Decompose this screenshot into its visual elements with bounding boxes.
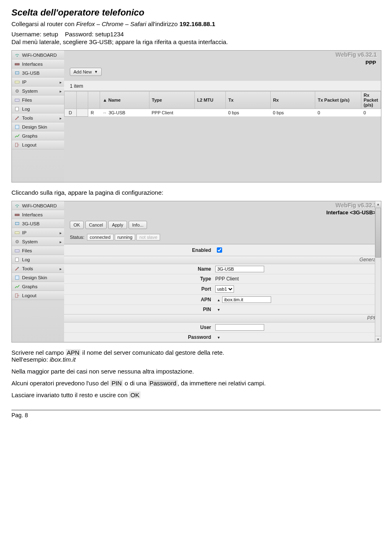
col-l2mtu[interactable]: L2 MTU bbox=[194, 91, 225, 109]
sidebar-item-graphs[interactable]: Graphs bbox=[12, 282, 64, 291]
triangle-down-icon[interactable]: ▾ bbox=[218, 335, 220, 340]
intro-line: Collegarsi al router con Firefox – Chrom… bbox=[11, 20, 381, 27]
table-header-row: ▲ Name Type L2 MTU Tx Rx Tx Packet (p/s)… bbox=[65, 91, 381, 109]
wifi-icon bbox=[14, 203, 20, 209]
apn-note-post: il nome del server comunicato dal gestor… bbox=[80, 349, 224, 356]
sidebar-item-design-skin[interactable]: Design Skin bbox=[12, 122, 64, 131]
sidebar-item-files[interactable]: Files bbox=[12, 96, 64, 105]
enabled-checkbox[interactable] bbox=[217, 247, 222, 253]
svg-point-7 bbox=[17, 116, 19, 118]
main-panel: WebFig v6.32.1 PPP Add New▼ 1 item ▲ Nam… bbox=[64, 51, 381, 182]
name-label: Name bbox=[64, 266, 215, 272]
info-button[interactable]: Info... bbox=[129, 221, 147, 229]
log-icon bbox=[14, 257, 20, 263]
svg-rect-5 bbox=[15, 99, 19, 101]
sidebar-item-log[interactable]: Log bbox=[12, 105, 64, 113]
status-connected: connected bbox=[87, 234, 114, 240]
sidebar-item-tools[interactable]: Tools▸ bbox=[12, 113, 64, 122]
sidebar-item-ip[interactable]: IP▸ bbox=[12, 78, 64, 87]
sidebar-item-interfaces[interactable]: Interfaces bbox=[12, 60, 64, 69]
cancel-button[interactable]: Cancel bbox=[85, 221, 107, 229]
sidebar-item-log[interactable]: Log bbox=[12, 255, 64, 264]
sidebar-item-system[interactable]: System▸ bbox=[12, 87, 64, 96]
sidebar-item-files[interactable]: Files bbox=[12, 246, 64, 255]
svg-rect-16 bbox=[15, 258, 18, 262]
port-select[interactable]: usb1 bbox=[215, 285, 234, 293]
creds-pass-lbl: Password: bbox=[65, 31, 95, 38]
chart-icon bbox=[14, 284, 20, 290]
sidebar-item-system[interactable]: System▸ bbox=[12, 237, 64, 246]
sidebar-item-logout[interactable]: Logout bbox=[12, 291, 64, 300]
apn-input[interactable] bbox=[222, 296, 271, 303]
sidebar-item-label: Files bbox=[22, 98, 32, 102]
main-panel: WebFig v6.32.1 Interface <3G-USB> OK Can… bbox=[64, 201, 381, 342]
user-input[interactable] bbox=[215, 324, 264, 331]
chevron-right-icon: ▸ bbox=[60, 231, 62, 235]
sidebar-item-3g-usb[interactable]: 3G-USB bbox=[12, 219, 64, 228]
password-hl: Password bbox=[148, 380, 178, 387]
col-flag2[interactable] bbox=[76, 91, 88, 109]
logout-icon bbox=[14, 142, 20, 148]
apply-button-label: Apply bbox=[112, 222, 123, 227]
sidebar-item-label: System bbox=[22, 239, 38, 244]
triangle-down-icon[interactable]: ▾ bbox=[218, 307, 220, 312]
sidebar-item-ip[interactable]: IP▸ bbox=[12, 228, 64, 237]
section-ppp: PPP bbox=[64, 314, 381, 322]
row-btn-d[interactable]: D bbox=[65, 109, 77, 117]
triangle-up-icon[interactable]: ▴ bbox=[218, 298, 220, 302]
col-tx[interactable]: Tx bbox=[226, 91, 271, 109]
usb-icon bbox=[14, 70, 20, 76]
sidebar-item-3g-usb[interactable]: 3G-USB bbox=[12, 69, 64, 78]
table-row[interactable]: D R ↔3G-USB PPP Client 0 bps 0 bps 0 0 bbox=[65, 109, 381, 117]
pin-hl: PIN bbox=[110, 380, 123, 387]
intro-prefix: Collegarsi al router con bbox=[11, 20, 76, 27]
status-not-slave: not slave bbox=[136, 234, 160, 240]
status-running: running bbox=[115, 234, 136, 240]
scrollbar-thumb[interactable] bbox=[375, 208, 381, 258]
col-flag3[interactable] bbox=[88, 91, 100, 109]
sidebar-item-label: System bbox=[22, 89, 38, 93]
ok-button-label: OK bbox=[74, 222, 80, 227]
example-pre: Nell'esempio: bbox=[11, 356, 50, 363]
add-new-button[interactable]: Add New▼ bbox=[70, 68, 102, 76]
sidebar-item-label: Files bbox=[22, 248, 32, 253]
scroll-down-icon[interactable]: ▼ bbox=[375, 336, 381, 342]
scroll-up-icon[interactable]: ▲ bbox=[375, 201, 381, 207]
add-new-label: Add New bbox=[74, 69, 92, 74]
password-label: Password bbox=[64, 334, 215, 340]
sidebar-item-wifi-onboard[interactable]: WiFi-ONBOARD bbox=[12, 51, 64, 60]
description-line: Dal menù laterale, scegliere 3G-USB; app… bbox=[11, 38, 381, 45]
svg-point-4 bbox=[16, 90, 18, 93]
col-tx-packet[interactable]: Tx Packet (p/s) bbox=[315, 91, 361, 109]
apply-button[interactable]: Apply bbox=[108, 221, 127, 229]
intro-mid: all'indirizzo bbox=[146, 20, 179, 27]
sidebar-item-label: 3G-USB bbox=[22, 221, 40, 226]
sidebar: WiFi-ONBOARD Interfaces 3G-USB IP▸ Syste… bbox=[12, 51, 64, 182]
note-pin-pre: Alcuni operatori prevedono l'uso del bbox=[11, 380, 110, 387]
sidebar-item-wifi-onboard[interactable]: WiFi-ONBOARD bbox=[12, 201, 64, 210]
col-rx[interactable]: Rx bbox=[270, 91, 315, 109]
enabled-label: Enabled bbox=[64, 247, 215, 253]
name-input[interactable] bbox=[215, 266, 264, 272]
apn-note: Scrivere nel campo APN il nome del serve… bbox=[11, 349, 381, 363]
ok-button[interactable]: OK bbox=[70, 221, 84, 229]
ok-hl: OK bbox=[129, 391, 140, 398]
example-val: ibox.tim.it bbox=[50, 356, 76, 363]
sidebar-item-design-skin[interactable]: Design Skin bbox=[12, 273, 64, 282]
note-pin-mid: o di una bbox=[123, 380, 148, 387]
screenshot-ppp-list: WiFi-ONBOARD Interfaces 3G-USB IP▸ Syste… bbox=[11, 50, 381, 182]
sidebar-item-logout[interactable]: Logout bbox=[12, 140, 64, 149]
sidebar-item-label: Logout bbox=[22, 293, 36, 298]
col-rx-packet[interactable]: Rx Packet (p/s) bbox=[361, 91, 381, 109]
row-btn-blank[interactable] bbox=[76, 109, 88, 117]
sidebar-item-label: WiFi-ONBOARD bbox=[22, 203, 57, 208]
sidebar-item-tools[interactable]: Tools▸ bbox=[12, 264, 64, 273]
col-name[interactable]: ▲ Name bbox=[100, 91, 149, 109]
col-flag1[interactable] bbox=[65, 91, 77, 109]
vertical-scrollbar[interactable]: ▲ ▼ bbox=[375, 201, 381, 342]
ip-icon bbox=[14, 79, 20, 85]
col-type[interactable]: Type bbox=[149, 91, 194, 109]
creds-user-lbl: Username: bbox=[11, 31, 43, 38]
sidebar-item-graphs[interactable]: Graphs bbox=[12, 131, 64, 140]
sidebar-item-interfaces[interactable]: Interfaces bbox=[12, 210, 64, 219]
